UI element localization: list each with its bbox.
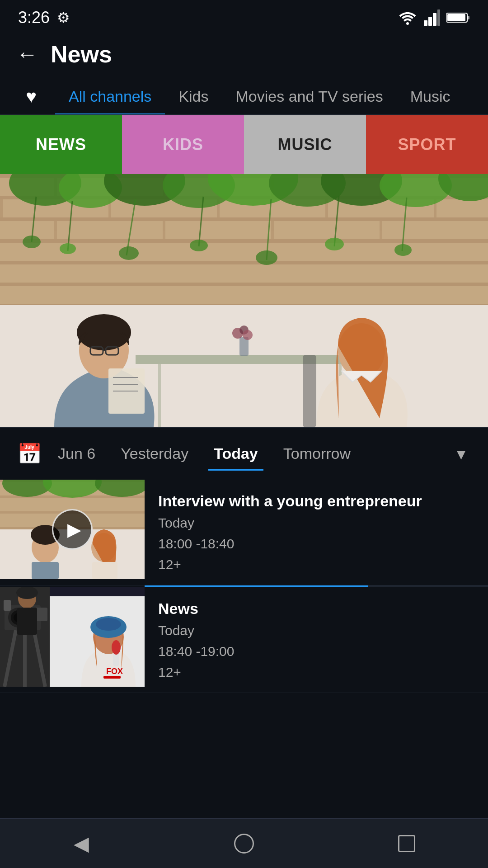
category-grid: NEWS KIDS MUSIC SPORT: [0, 115, 488, 174]
svg-point-47: [119, 246, 139, 260]
svg-point-50: [325, 238, 344, 250]
svg-rect-14: [0, 283, 488, 286]
calendar-button[interactable]: 📅: [14, 438, 45, 470]
svg-rect-54: [158, 364, 161, 427]
svg-rect-13: [0, 261, 488, 264]
svg-rect-1: [424, 20, 427, 26]
category-news[interactable]: NEWS: [0, 115, 122, 174]
svg-rect-6: [467, 16, 469, 19]
chevron-down-icon: ▾: [457, 444, 465, 464]
featured-scene-svg: [0, 174, 488, 427]
svg-point-59: [243, 330, 253, 340]
program-rating: 12+: [158, 557, 474, 572]
svg-rect-27: [271, 221, 274, 239]
svg-point-104: [112, 640, 121, 655]
svg-rect-25: [54, 221, 57, 239]
program-title: Interview with a young entrepreneur: [158, 492, 474, 510]
tab-kids[interactable]: Kids: [165, 79, 222, 114]
calendar-icon: 📅: [17, 442, 42, 466]
svg-rect-26: [163, 221, 165, 239]
svg-rect-53: [136, 355, 361, 364]
date-tab-today[interactable]: Today: [201, 438, 271, 470]
svg-point-51: [394, 244, 412, 256]
program-thumbnail: ▶: [0, 480, 145, 579]
svg-rect-3: [433, 13, 436, 26]
channel-tabs: ♥ All channels Kids Movies and TV series…: [0, 79, 488, 115]
program-time: 18:00 -18:40: [158, 536, 474, 552]
tab-movies[interactable]: Movies and TV series: [222, 79, 396, 114]
date-tab-tomorrow[interactable]: Tomorrow: [271, 438, 363, 470]
nav-recents-button[interactable]: [380, 826, 434, 862]
svg-rect-11: [0, 217, 488, 221]
program-title: News: [158, 600, 474, 618]
signal-icon: [424, 9, 440, 26]
featured-image: [0, 174, 488, 427]
nav-bar: ◀: [0, 818, 488, 868]
program-info: Interview with a young entrepreneur Toda…: [145, 480, 488, 585]
svg-rect-20: [0, 199, 3, 217]
svg-rect-82: [32, 562, 59, 579]
svg-rect-28: [380, 221, 382, 239]
program-rating: 12+: [158, 665, 474, 680]
svg-rect-7: [447, 14, 465, 21]
nav-home-button[interactable]: [217, 826, 271, 862]
svg-point-102: [96, 618, 121, 631]
tab-music[interactable]: Music: [397, 79, 464, 114]
program-item[interactable]: FOX News Today 18:40 -19:00 12+: [0, 587, 488, 693]
date-dropdown-button[interactable]: ▾: [447, 440, 474, 467]
tab-all-channels[interactable]: All channels: [55, 79, 165, 114]
page-title: News: [51, 41, 112, 68]
date-tab-jun6[interactable]: Jun 6: [45, 438, 108, 470]
svg-rect-84: [92, 562, 117, 579]
play-icon: ▶: [67, 519, 81, 540]
svg-rect-4: [437, 9, 440, 26]
svg-rect-106: [103, 676, 121, 679]
back-button[interactable]: ←: [16, 43, 38, 65]
svg-point-61: [77, 314, 131, 350]
nav-home-icon: [234, 834, 254, 854]
svg-rect-12: [0, 239, 488, 243]
top-nav: ← News: [0, 32, 488, 79]
svg-rect-99: [17, 608, 37, 635]
nav-back-icon: ◀: [74, 832, 89, 855]
svg-rect-2: [428, 17, 432, 26]
category-music[interactable]: MUSIC: [244, 115, 366, 174]
date-tab-yesterday[interactable]: Yesterday: [108, 438, 201, 470]
play-button[interactable]: ▶: [52, 509, 93, 550]
date-nav: 📅 Jun 6 Yesterday Today Tomorrow ▾: [0, 427, 488, 480]
svg-point-46: [60, 243, 76, 254]
thumb-svg-2: FOX: [0, 587, 145, 687]
svg-rect-93: [4, 600, 11, 611]
program-day: Today: [158, 515, 474, 531]
category-kids[interactable]: KIDS: [122, 115, 244, 174]
program-info: News Today 18:40 -19:00 12+: [145, 587, 488, 693]
svg-point-0: [406, 22, 409, 25]
program-thumbnail: FOX: [0, 587, 145, 687]
nav-back-button[interactable]: ◀: [54, 826, 108, 862]
category-sport[interactable]: SPORT: [366, 115, 488, 174]
svg-text:FOX: FOX: [106, 667, 123, 676]
gear-icon: ⚙: [57, 9, 70, 26]
wifi-icon: [398, 10, 418, 25]
nav-square-icon: [398, 835, 415, 852]
program-day: Today: [158, 623, 474, 638]
svg-rect-70: [303, 355, 316, 427]
program-list: ▶ Interview with a young entrepreneur To…: [0, 480, 488, 693]
svg-point-48: [190, 240, 208, 251]
favorites-button[interactable]: ♥: [16, 82, 46, 112]
heart-icon: ♥: [26, 86, 37, 107]
time-display: 3:26: [18, 8, 50, 27]
svg-point-45: [23, 236, 41, 248]
program-time: 18:40 -19:00: [158, 644, 474, 659]
battery-icon: [446, 12, 470, 24]
svg-point-49: [256, 250, 277, 265]
status-bar: 3:26 ⚙: [0, 0, 488, 32]
program-item[interactable]: ▶ Interview with a young entrepreneur To…: [0, 480, 488, 585]
